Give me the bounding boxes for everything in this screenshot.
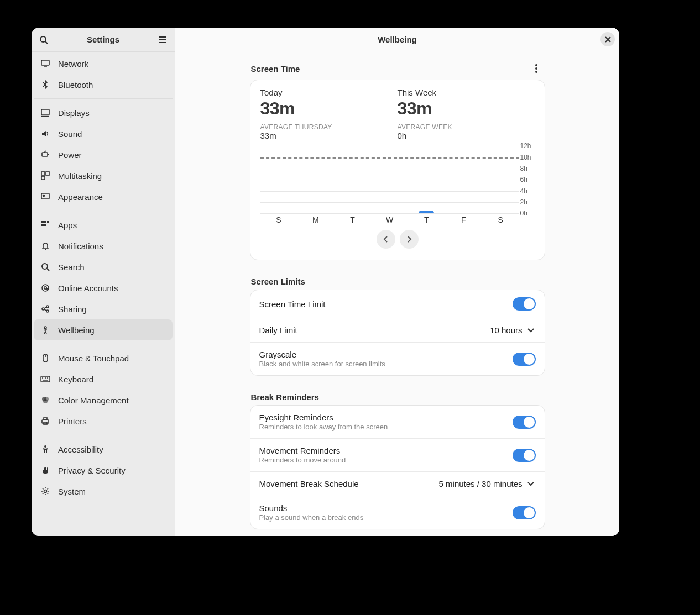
- sidebar-separator: [34, 435, 173, 435]
- sidebar-item-bluetooth[interactable]: Bluetooth: [34, 74, 173, 95]
- sidebar-menu-button[interactable]: [155, 32, 170, 48]
- svg-point-42: [43, 399, 48, 403]
- screen-time-limit-toggle[interactable]: [513, 297, 536, 311]
- chart-bar: [419, 211, 434, 214]
- sidebar-item-label: Accessibility: [58, 445, 103, 454]
- svg-point-47: [44, 490, 47, 493]
- sidebar-item-label: Printers: [58, 417, 87, 426]
- chart-y-label: 12h: [520, 142, 535, 150]
- sidebar-item-wellbeing[interactable]: Wellbeing: [34, 319, 173, 340]
- sidebar-item-label: Privacy & Security: [58, 466, 126, 475]
- svg-rect-9: [42, 153, 48, 156]
- row-screen-time-limit[interactable]: Screen Time Limit: [250, 290, 545, 318]
- sidebar-separator: [34, 344, 173, 344]
- sidebar-item-privacy-security[interactable]: Privacy & Security: [34, 460, 173, 481]
- sidebar-item-label: Online Accounts: [58, 283, 118, 293]
- chart-x-label: W: [371, 215, 408, 224]
- svg-rect-44: [44, 418, 47, 420]
- content-header: Wellbeing: [175, 28, 619, 51]
- sidebar-search-button[interactable]: [36, 32, 51, 48]
- svg-rect-13: [41, 176, 45, 180]
- eyesight-toggle[interactable]: [513, 416, 536, 429]
- schedule-label: Movement Break Schedule: [259, 479, 439, 488]
- movement-toggle[interactable]: [513, 449, 536, 462]
- sidebar-item-notifications[interactable]: Notifications: [34, 235, 173, 256]
- svg-point-31: [44, 327, 46, 329]
- color-icon: [40, 395, 50, 405]
- chevron-right-icon: [406, 236, 412, 243]
- svg-line-30: [44, 309, 46, 311]
- chart-y-label: 8h: [520, 165, 535, 172]
- chart-x-label: F: [445, 215, 482, 224]
- chart-prev-button[interactable]: [377, 230, 395, 249]
- grayscale-toggle[interactable]: [513, 353, 536, 366]
- page-title: Wellbeing: [175, 35, 619, 44]
- sidebar-item-appearance[interactable]: Appearance: [34, 186, 173, 207]
- sidebar-item-multitasking[interactable]: Multitasking: [34, 165, 173, 186]
- sidebar-item-label: Sound: [58, 129, 82, 139]
- row-daily-limit[interactable]: Daily Limit 10 hours: [250, 318, 545, 342]
- sound-icon: [40, 129, 50, 139]
- svg-point-51: [535, 67, 537, 70]
- power-icon: [40, 150, 50, 160]
- sidebar-item-sound[interactable]: Sound: [34, 123, 173, 144]
- mouse-icon: [40, 353, 50, 363]
- week-value: 33m: [398, 98, 535, 119]
- sidebar-item-mouse-touchpad[interactable]: Mouse & Touchpad: [34, 348, 173, 369]
- row-movement-reminders[interactable]: Movement Reminders Reminders to move aro…: [250, 438, 545, 471]
- sidebar-item-printers[interactable]: Printers: [34, 411, 173, 432]
- sidebar-item-power[interactable]: Power: [34, 144, 173, 165]
- sidebar-item-keyboard[interactable]: Keyboard: [34, 369, 173, 390]
- sidebar-item-network[interactable]: Network: [34, 53, 173, 74]
- screen-time-menu-button[interactable]: [529, 61, 544, 76]
- daily-limit-label: Daily Limit: [259, 325, 490, 335]
- svg-rect-16: [41, 221, 44, 223]
- chart-x-label: T: [334, 215, 371, 224]
- sidebar-item-label: Wellbeing: [58, 325, 95, 335]
- chart-next-button[interactable]: [400, 230, 419, 249]
- keyboard-icon: [40, 374, 50, 384]
- sidebar-item-system[interactable]: System: [34, 481, 173, 502]
- row-movement-schedule[interactable]: Movement Break Schedule 5 minutes / 30 m…: [250, 471, 545, 496]
- svg-point-27: [46, 306, 49, 308]
- sidebar-item-accessibility[interactable]: Accessibility: [34, 439, 173, 460]
- daily-limit-value: 10 hours: [490, 325, 522, 335]
- display-icon: [40, 108, 50, 118]
- week-avg-label: AVERAGE WEEK: [398, 123, 535, 131]
- row-grayscale[interactable]: Grayscale Black and white screen for scr…: [250, 342, 545, 375]
- chart-y-label: 2h: [520, 198, 535, 206]
- screen-time-chart: 12h10h8h6h4h2h0h SMTWTFS: [250, 143, 545, 260]
- svg-rect-18: [47, 221, 49, 223]
- search-icon: [40, 262, 50, 272]
- sidebar-item-label: Keyboard: [58, 375, 93, 384]
- svg-line-29: [44, 307, 46, 308]
- svg-point-28: [46, 310, 49, 312]
- week-label: This Week: [398, 88, 535, 97]
- chart-x-label: S: [260, 215, 297, 224]
- schedule-value: 5 minutes / 30 minutes: [439, 479, 523, 488]
- sidebar-item-label: Displays: [58, 108, 90, 118]
- sidebar-item-apps[interactable]: Apps: [34, 214, 173, 235]
- sidebar-item-label: System: [58, 487, 86, 496]
- today-label: Today: [260, 88, 398, 97]
- sidebar-item-label: Color Management: [58, 396, 129, 405]
- sidebar-item-search[interactable]: Search: [34, 256, 173, 277]
- sidebar-item-color-management[interactable]: Color Management: [34, 390, 173, 411]
- sidebar-item-sharing[interactable]: Sharing: [34, 298, 173, 319]
- bluetooth-icon: [40, 80, 50, 90]
- sidebar-item-online-accounts[interactable]: Online Accounts: [34, 277, 173, 298]
- row-sounds[interactable]: Sounds Play a sound when a break ends: [250, 496, 545, 529]
- break-reminders-title: Break Reminders: [251, 392, 319, 402]
- section-screen-limits: Screen Limits Screen Time Limit Daily Li…: [250, 274, 545, 376]
- svg-rect-11: [41, 172, 45, 175]
- close-button[interactable]: [600, 32, 615, 46]
- sounds-label: Sounds: [259, 503, 513, 513]
- sounds-toggle[interactable]: [513, 506, 536, 519]
- at-icon: [40, 283, 50, 293]
- content: Wellbeing Screen Time: [175, 28, 619, 536]
- screen-time-card: Today 33m AVERAGE THURSDAY 33m This Week…: [250, 80, 545, 260]
- row-eyesight-reminders[interactable]: Eyesight Reminders Reminders to look awa…: [250, 406, 545, 438]
- sidebar-separator: [34, 98, 173, 99]
- today-avg-value: 33m: [260, 131, 398, 140]
- sidebar-item-displays[interactable]: Displays: [34, 102, 173, 123]
